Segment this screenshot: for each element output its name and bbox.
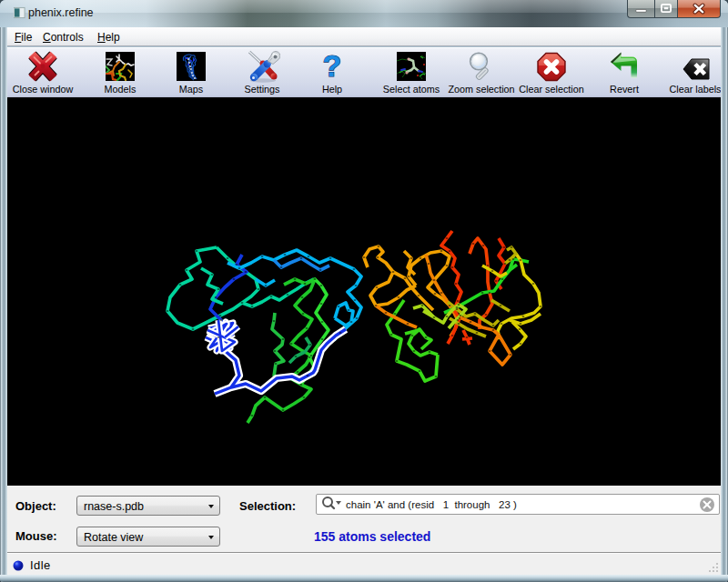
svg-text:?: ?	[323, 51, 342, 82]
